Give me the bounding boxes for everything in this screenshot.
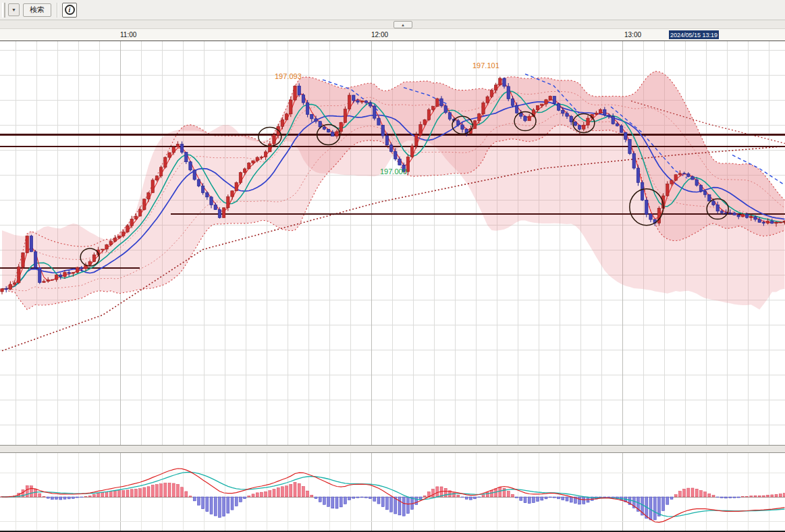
time-axis[interactable]: 11:00 12:00 13:00 2024/05/15 13:19 — [0, 29, 785, 41]
panel-splitter[interactable]: ▲ — [0, 20, 785, 29]
svg-text:197.000: 197.000 — [380, 167, 407, 176]
toolbar: ▼ 検索 i — [0, 0, 785, 20]
panel-divider[interactable] — [0, 445, 785, 453]
price-chart-svg: 197.093197.101197.000 — [0, 41, 785, 445]
toolbar-separator — [57, 3, 58, 18]
current-time-badge: 2024/05/15 13:19 — [669, 30, 719, 39]
trading-chart-window: ▼ 検索 i ▲ 11:00 12:00 13:00 2024/05/15 13… — [0, 0, 785, 532]
search-button[interactable]: 検索 — [23, 3, 51, 17]
info-button[interactable]: i — [62, 3, 77, 18]
info-icon: i — [65, 5, 75, 15]
time-label: 12:00 — [371, 31, 388, 38]
toolbar-grip[interactable] — [2, 3, 5, 18]
collapse-button[interactable]: ▲ — [394, 21, 412, 28]
dropdown-button[interactable]: ▼ — [8, 3, 20, 16]
svg-text:197.101: 197.101 — [472, 61, 499, 70]
chevron-down-icon: ▼ — [11, 7, 16, 12]
svg-text:197.093: 197.093 — [275, 72, 302, 80]
time-label: 13:00 — [624, 31, 641, 38]
time-label: 11:00 — [120, 31, 136, 38]
price-chart[interactable]: 197.093197.101197.000 — [0, 41, 785, 445]
indicator-panel-svg — [0, 453, 785, 531]
indicator-panel[interactable] — [0, 453, 785, 532]
chevron-up-icon: ▲ — [401, 23, 405, 27]
